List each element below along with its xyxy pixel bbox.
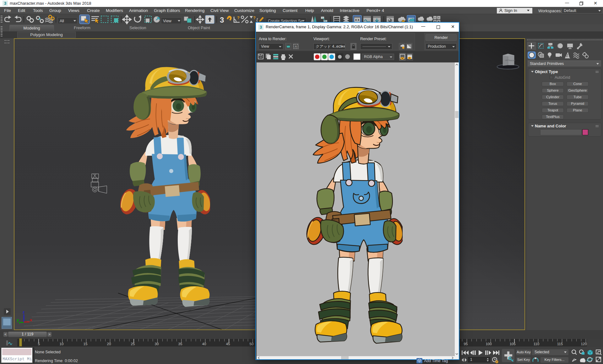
svg-text:All: All: [60, 19, 64, 23]
svg-text:?: ?: [253, 15, 256, 20]
svg-text:FRONT: FRONT: [509, 60, 516, 62]
svg-text:y: y: [17, 318, 19, 322]
svg-text:z: z: [23, 310, 25, 314]
svg-text:x: x: [30, 318, 32, 322]
svg-text:View: View: [163, 19, 172, 23]
svg-text:?: ?: [237, 15, 240, 20]
svg-text:3: 3: [220, 16, 224, 24]
svg-text:A: A: [295, 45, 297, 48]
svg-text:3: 3: [4, 1, 6, 6]
svg-text:3: 3: [260, 25, 262, 29]
svg-text:LEFT: LEFT: [505, 59, 509, 61]
